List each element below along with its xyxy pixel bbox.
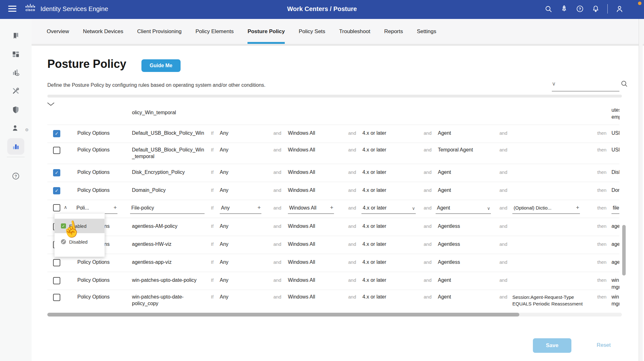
requirements: win (611, 277, 619, 283)
row-status: Policy Options (77, 130, 110, 136)
compliance-module: 4.x or later (362, 169, 386, 175)
filter-field[interactable] (552, 91, 619, 92)
row-status: Policy Options (77, 169, 110, 175)
search-icon[interactable] (544, 5, 552, 13)
work-centers-icon (7, 138, 24, 155)
tab-overview[interactable]: Overview (47, 19, 69, 44)
sidebar-item-administration[interactable]: ⚙ (0, 120, 32, 136)
connector-and: and (499, 187, 507, 193)
other-conditions: EQUALS Periodic Reassessment (512, 301, 583, 306)
page-scrollbar-track[interactable] (639, 19, 643, 361)
add-condition-icon[interactable]: + (113, 204, 117, 211)
disabled-gray-icon (61, 239, 66, 244)
connector-and: and (348, 277, 356, 283)
edit-field[interactable]: File-policy (130, 203, 205, 214)
row-checkbox[interactable] (53, 294, 60, 301)
gear-icon: ⚙ (25, 127, 29, 132)
row-checkbox[interactable] (53, 147, 60, 154)
tab-client-provisioning[interactable]: Client Provisioning (137, 19, 182, 44)
tab-settings[interactable]: Settings (417, 19, 436, 44)
rule-name[interactable]: win-patches-upto-date-policy (132, 277, 197, 283)
add-condition-icon[interactable]: + (257, 204, 261, 211)
rule-name[interactable]: Domain_Policy (132, 187, 166, 193)
horizontal-scrollbar-thumb[interactable] (47, 313, 519, 317)
sidebar-item-bookmarks[interactable] (0, 28, 32, 44)
menu-icon[interactable] (8, 6, 16, 13)
rule-name[interactable]: Default_USB_Block_Policy_Win (132, 147, 204, 153)
requirements: age (611, 259, 619, 265)
page-description: Define the Posture Policy by configuring… (47, 82, 265, 88)
connector-and: and (499, 241, 507, 247)
edit-field[interactable]: file (611, 203, 619, 214)
vertical-scrollbar-thumb[interactable] (622, 225, 626, 275)
table-top-scrollbar[interactable] (47, 95, 622, 98)
posture-type: Agent (438, 169, 451, 175)
rule-name[interactable]: Disk_Encryption_Policy (132, 169, 185, 175)
guide-me-button[interactable]: Guide Me (141, 59, 181, 72)
tab-troubleshoot[interactable]: Troubleshoot (339, 19, 370, 44)
rule-name[interactable]: agentless-app-viz (132, 259, 171, 265)
collapse-row-chevron-icon[interactable]: ∧ (64, 204, 67, 210)
identity-group: Any (220, 169, 229, 175)
reset-button[interactable]: Reset (595, 342, 612, 349)
rule-name[interactable]: agentless-AM-policy (132, 223, 177, 229)
edit-field[interactable]: Agent∨ (436, 203, 491, 214)
sidebar-item-context-visibility[interactable] (0, 64, 32, 81)
posture-type: Agent (438, 130, 451, 136)
row-checkbox[interactable] (53, 259, 60, 266)
dashboard-icon (7, 46, 24, 62)
save-button[interactable]: Save (533, 338, 571, 353)
add-condition-icon[interactable]: + (330, 204, 333, 211)
posture-type: Agentless (438, 259, 460, 265)
row-checkbox[interactable]: ✓ (53, 130, 60, 137)
help-icon[interactable]: ? (576, 5, 584, 13)
connector-and: and (348, 294, 356, 299)
tab-policy-sets[interactable]: Policy Sets (299, 19, 325, 44)
row-status: Policy Options (77, 277, 110, 283)
compliance-module: 4.x or later (362, 130, 386, 136)
sidebar-item-work-centers[interactable] (0, 138, 32, 155)
operating-system: Windows All (288, 147, 315, 153)
rule-name[interactable]: win-patches-upto-date- (132, 294, 184, 300)
row-checkbox[interactable] (53, 204, 60, 211)
rule-name: olicy_Win_temporal (132, 110, 176, 115)
row-checkbox[interactable]: ✓ (53, 169, 60, 176)
rule-name[interactable]: _temporal (132, 154, 154, 159)
sidebar-item-help[interactable]: ? (0, 168, 32, 184)
account-icon[interactable] (615, 5, 624, 13)
sidebar-item-dashboard[interactable] (0, 46, 32, 62)
row-checkbox[interactable] (53, 277, 60, 284)
rule-name[interactable]: agentless-HW-viz (132, 241, 171, 247)
connector-and: and (499, 130, 507, 136)
operating-system: Windows All (288, 187, 315, 193)
connector-and: and (348, 147, 356, 152)
table-search-icon[interactable] (620, 80, 628, 88)
rocket-icon[interactable] (560, 5, 568, 13)
add-condition-icon[interactable]: + (576, 204, 579, 211)
select-chevron-icon[interactable]: ∨ (412, 206, 415, 211)
tab-policy-elements[interactable]: Policy Elements (195, 19, 234, 44)
edit-field[interactable]: Windows All+ (288, 203, 334, 214)
compliance-module: 4.x or later (362, 294, 386, 300)
posture-type: Agent (438, 187, 451, 193)
rule-name[interactable]: Default_USB_Block_Policy_Win (132, 130, 204, 136)
sidebar-item-policy[interactable] (0, 102, 32, 118)
breadcrumb: Work Centers / Posture (287, 5, 357, 13)
edit-field[interactable]: Any+ (220, 203, 261, 214)
other-conditions: Session:Agent-Request-Type (512, 294, 574, 300)
edit-field[interactable]: (Optional) Dictio...+ (512, 203, 580, 214)
tab-posture-policy[interactable]: Posture Policy (247, 19, 285, 44)
tab-reports[interactable]: Reports (384, 19, 403, 44)
edit-field[interactable]: 4.x or later∨ (361, 203, 416, 214)
row-checkbox[interactable]: ✓ (53, 187, 60, 194)
sidebar-item-operations[interactable] (0, 83, 32, 99)
connector-if: If (211, 277, 213, 283)
filter-dropdown-chevron-icon[interactable]: ∨ (552, 80, 556, 87)
edit-field[interactable]: Poli...+ (75, 203, 117, 214)
select-chevron-icon[interactable]: ∨ (487, 206, 490, 211)
notifications-icon[interactable] (592, 5, 600, 13)
connector-and: and (273, 259, 281, 265)
connector-then: then (597, 169, 606, 175)
rule-name[interactable]: policy_copy (132, 301, 158, 306)
tab-network-devices[interactable]: Network Devices (83, 19, 123, 44)
